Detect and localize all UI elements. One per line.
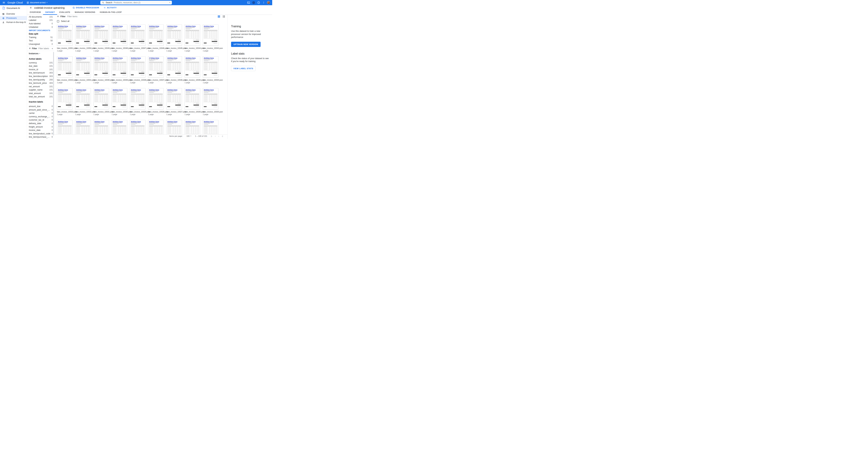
document-thumbnail[interactable]: McWilliam PipingInternational Piping Com… [203,56,218,78]
document-thumbnail[interactable]: McWilliam PipingInternational Piping Com… [130,25,146,46]
help-icon[interactable]: ? [257,1,260,4]
uptrain-new-version-button[interactable]: UPTRAIN NEW VERSION [231,42,260,47]
document-thumbnail[interactable]: McWilliam PipingInternational Piping Com… [166,88,182,109]
active-label-row[interactable]: currency101 [29,61,53,64]
tab-overview[interactable]: OVERVIEW [27,10,43,15]
document-thumbnail[interactable]: McWilliam PipingInternational Piping Com… [148,120,164,134]
document-thumbnail[interactable]: McWilliam PipingInternational Piping Com… [185,120,200,134]
document-card[interactable]: McWilliam PipingInternational Piping Com… [130,120,148,134]
next-page-icon[interactable]: › [218,135,219,137]
inactive-label-row[interactable]: freight_amount0 [29,125,53,129]
tab-evaluate[interactable]: EVALUATE [57,10,72,15]
avatar[interactable] [267,1,270,4]
disable-processor-button[interactable]: DISABLE PROCESSOR [72,7,99,9]
document-thumbnail[interactable]: McWilliam PipingInternational Piping Com… [185,56,200,78]
document-thumbnail[interactable]: McWilliam PipingInternational Piping Com… [112,120,127,134]
document-thumbnail[interactable]: McWilliam PipingInternational Piping Com… [166,25,182,46]
document-card[interactable]: McWilliam PipingInternational Piping Com… [57,88,75,115]
document-card[interactable]: McWilliam PipingInternational Piping Com… [75,25,93,52]
document-card[interactable]: McWilliam PipingInternational Piping Com… [148,88,166,115]
document-count-row[interactable]: All documents101 [29,15,53,19]
instances-dropdown[interactable]: Instances ▾ [29,52,53,55]
document-thumbnail[interactable]: McWilliam PipingInternational Piping Com… [130,56,146,78]
document-count-row[interactable]: Auto-labeled0 [29,22,53,25]
document-card[interactable]: McWilliam PipingInternational Piping Com… [185,88,203,115]
document-card[interactable]: McWilliam PipingInternational Piping Com… [112,88,130,115]
document-thumbnail[interactable]: McWilliam PipingInternational Piping Com… [148,25,164,46]
more-options-icon[interactable] [262,1,266,4]
document-card[interactable]: McWilliam PipingInternational Piping Com… [203,120,221,134]
document-thumbnail[interactable]: McWilliam PipingInternational Piping Com… [166,56,182,78]
document-card[interactable]: McWilliam PipingInternational Piping Com… [166,56,185,84]
label-filter-input[interactable] [38,47,50,50]
page-size-selector[interactable]: 100 ▾ [186,135,191,137]
document-card[interactable]: McWilliam PipingInternational Piping Com… [75,88,93,115]
project-selector[interactable]: document-ai-test ▾ [27,1,47,4]
active-label-row[interactable]: net_amount101 [29,85,53,88]
last-page-icon[interactable]: ›| [222,135,223,137]
document-thumbnail[interactable]: McWilliam PipingInternational Piping Com… [75,25,91,46]
document-card[interactable]: McWilliam PipingInternational Piping Com… [130,88,148,115]
items-filter-input[interactable] [67,15,88,18]
document-thumbnail[interactable]: McWilliam PipingInternational Piping Com… [93,56,109,78]
documents-scroll-area[interactable]: McWilliam PipingInternational Piping Com… [54,22,227,134]
document-count-row[interactable]: Unlabeled0 [29,25,53,29]
document-card[interactable]: McWilliam PipingInternational Piping Com… [112,56,130,84]
back-arrow-icon[interactable] [30,6,32,9]
document-thumbnail[interactable]: McWilliam PipingInternational Piping Com… [75,120,91,134]
inactive-label-row[interactable]: customer_tax_id0 [29,118,53,122]
active-label-row[interactable]: invoice_id101 [29,68,53,71]
grid-view-icon[interactable] [218,15,220,18]
list-view-icon[interactable] [222,15,225,18]
select-all-checkbox[interactable] [57,20,59,22]
document-thumbnail[interactable]: McWilliam PipingInternational Piping Com… [75,88,91,109]
prev-page-icon[interactable]: ‹ [215,135,216,137]
active-label-row[interactable]: line_item/amount303 [29,71,53,75]
document-card[interactable]: McWilliam PipingInternational Piping Com… [57,25,75,52]
document-card[interactable]: McWilliam PipingInternational Piping Com… [130,25,148,52]
tab-dataset[interactable]: DATASET [43,10,57,15]
active-label-row[interactable]: line_item/description303 [29,75,53,78]
document-card[interactable]: McWilliam PipingInternational Piping Com… [130,56,148,84]
document-card[interactable]: McWilliam PipingInternational Piping Com… [203,88,221,115]
document-thumbnail[interactable]: McWilliam PipingInternational Piping Com… [75,56,91,78]
tab-manage-versions[interactable]: MANAGE VERSIONS [72,10,98,15]
import-documents-button[interactable]: IMPORT DOCUMENTS [29,29,53,32]
document-thumbnail[interactable]: McWilliam PipingInternational Piping Com… [112,56,127,78]
document-thumbnail[interactable]: McWilliam PipingInternational Piping Com… [130,120,146,134]
document-card[interactable]: McWilliam PipingInternational Piping Com… [93,120,112,134]
active-label-row[interactable]: due_date101 [29,64,53,68]
document-thumbnail[interactable]: McWilliam PipingInternational Piping Com… [57,56,72,78]
add-filter-icon[interactable] [51,48,54,50]
document-card[interactable]: McWilliam PipingInternational Piping Com… [93,88,112,115]
document-card[interactable]: McWilliam PipingInternational Piping Com… [57,120,75,134]
document-thumbnail[interactable]: McWilliam PipingInternational Piping Com… [203,120,218,134]
active-label-row[interactable]: supplier_name101 [29,88,53,92]
inactive-label-row[interactable]: amount_paid_since_last_i...0 [29,108,53,112]
document-thumbnail[interactable]: McWilliam PipingInternational Piping Com… [130,88,146,109]
document-thumbnail[interactable]: McWilliam PipingInternational Piping Com… [203,25,218,46]
menu-icon[interactable] [2,1,5,4]
inactive-label-row[interactable]: amount_due0 [29,105,53,108]
document-thumbnail[interactable]: McWilliam PipingInternational Piping Com… [57,88,72,109]
document-card[interactable]: McWilliam PipingInternational Piping Com… [203,56,221,84]
data-split-row[interactable]: Unassigned0 [29,42,53,46]
document-thumbnail[interactable]: McWilliam PipingInternational Piping Com… [112,88,127,109]
view-label-stats-button[interactable]: VIEW LABEL STATS [231,66,255,71]
document-thumbnail[interactable]: McWilliam PipingInternational Piping Com… [57,25,72,46]
document-card[interactable]: McWilliam PipingInternational Piping Com… [185,25,203,52]
active-label-row[interactable]: total_tax_amount101 [29,95,53,98]
sidebar-item-human-in-the-loop[interactable]: Human-in-the-loop AI [0,20,27,24]
document-card[interactable]: McWilliam PipingInternational Piping Com… [57,56,75,84]
data-split-row[interactable]: Test50 [29,39,53,42]
document-card[interactable]: McWilliam PipingInternational Piping Com… [185,56,203,84]
document-card[interactable]: McWilliam PipingInternational Piping Com… [185,120,203,134]
document-thumbnail[interactable]: McWilliam PipingInternational Piping Com… [185,25,200,46]
document-count-row[interactable]: Labeled101 [29,19,53,22]
inactive-label-row[interactable]: delivery_date0 [29,122,53,125]
document-thumbnail[interactable]: McWilliam PipingInternational Piping Com… [93,88,109,109]
document-thumbnail[interactable]: McWilliam PipingInternational Piping Com… [93,120,109,134]
scrollbar[interactable] [53,52,54,135]
tab-human-in-the-loop[interactable]: HUMAN-IN-THE-LOOP [98,10,124,15]
document-card[interactable]: McWilliam PipingInternational Piping Com… [148,25,166,52]
